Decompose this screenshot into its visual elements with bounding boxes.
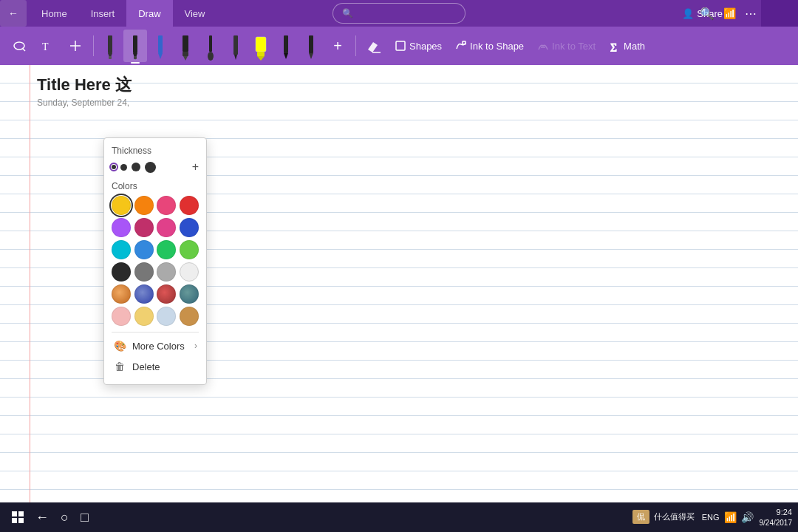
color-swatch-pastel-yellow[interactable] — [134, 307, 154, 326]
svg-text:T: T — [42, 41, 49, 52]
color-swatch-black[interactable] — [112, 262, 131, 282]
more-colors-arrow: › — [194, 341, 197, 351]
type-tool[interactable]: T — [34, 33, 61, 59]
color-swatch-white[interactable] — [180, 262, 199, 282]
color-swatch-red[interactable] — [180, 196, 199, 215]
taskbar: ← ○ □ 侃 什么值得买 ENG 📶 🔊 9:24 9/24/2017 — [0, 502, 798, 532]
add-tool-button[interactable]: + — [324, 33, 351, 59]
back-button[interactable]: ← — [0, 0, 27, 27]
colors-label: Colors — [112, 181, 199, 191]
color-swatch-cyan[interactable] — [112, 240, 131, 259]
more-colors-item[interactable]: 🎨 More Colors › — [112, 335, 199, 356]
taskbar-icons: ← ○ □ — [35, 510, 89, 525]
color-swatch-muted-orange[interactable] — [112, 284, 131, 304]
color-swatch-muted-red[interactable] — [157, 284, 176, 304]
pen-tool-6[interactable] — [224, 30, 248, 62]
color-swatch-gray[interactable] — [134, 262, 154, 282]
note-header: Title Here 这 Sunday, September 24, — [37, 74, 132, 108]
pen-tool-5[interactable] — [199, 30, 222, 62]
svg-rect-25 — [309, 35, 313, 53]
svg-rect-33 — [12, 511, 17, 516]
taskbar-time-display: 9:24 9/24/2017 — [760, 507, 793, 527]
topright-wifi[interactable]: 📶 — [719, 4, 740, 22]
color-swatch-purple[interactable] — [112, 218, 131, 237]
tab-insert[interactable]: Insert — [79, 0, 127, 27]
taskbar-home[interactable]: ○ — [61, 510, 69, 525]
note-title: Title Here 这 — [37, 74, 132, 96]
pan-tool[interactable] — [62, 33, 89, 59]
start-button[interactable] — [6, 505, 30, 529]
pen-tool-1[interactable] — [98, 30, 122, 62]
size-xs[interactable] — [112, 165, 116, 169]
color-swatch-pastel-pink[interactable] — [112, 307, 131, 326]
pen-tool-3[interactable] — [149, 30, 172, 62]
taskbar-back[interactable]: ← — [35, 510, 49, 525]
taskbar-sys-icons: 侃 什么值得买 ENG 📶 🔊 — [632, 510, 754, 524]
color-swatch-magenta[interactable] — [134, 218, 154, 237]
taskbar-logo: 侃 — [632, 510, 649, 524]
person-icon: 👤 — [682, 8, 694, 19]
svg-rect-7 — [109, 56, 112, 59]
svg-marker-24 — [284, 53, 288, 59]
svg-rect-8 — [133, 35, 137, 53]
topright-more[interactable]: ⋯ — [740, 4, 761, 24]
pen-tool-7[interactable] — [274, 30, 298, 62]
color-swatch-pastel-blue[interactable] — [157, 307, 176, 326]
topright-search[interactable]: 🔍 — [695, 4, 719, 24]
svg-rect-18 — [233, 35, 238, 55]
size-sm[interactable] — [120, 164, 127, 171]
margin-line — [30, 65, 30, 502]
popup-divider-1 — [112, 332, 199, 332]
ink-to-shape-button[interactable]: Ink to Shape — [449, 37, 530, 55]
search-bar[interactable]: 🔍 — [332, 3, 466, 24]
size-md[interactable] — [132, 163, 140, 171]
pen-tool-2[interactable] — [123, 30, 147, 62]
svg-marker-22 — [257, 56, 265, 61]
svg-rect-30 — [463, 41, 466, 44]
shapes-button[interactable]: Shapes — [389, 37, 448, 55]
tab-bar: ← Home Insert Draw View 🔍 👤 Share 🔍 📶 ⋯ — [0, 0, 798, 27]
pen-tool-4[interactable] — [174, 30, 197, 62]
pen-tool-8[interactable] — [299, 30, 323, 62]
math-button[interactable]: ∑ Math — [603, 37, 651, 55]
color-swatch-emerald[interactable] — [157, 240, 176, 259]
color-swatch-light-gray[interactable] — [157, 262, 176, 282]
add-size-button[interactable]: + — [192, 160, 199, 174]
ink-to-text-button: Ink to Text — [531, 37, 601, 55]
color-swatch-pink[interactable] — [157, 196, 176, 215]
thickness-label: Thickness — [112, 146, 199, 156]
svg-rect-14 — [183, 52, 188, 56]
tab-view[interactable]: View — [173, 0, 217, 27]
color-swatch-orange[interactable] — [134, 196, 154, 215]
size-lg[interactable] — [145, 162, 156, 173]
tab-home[interactable]: Home — [30, 0, 79, 27]
trash-icon: 🗑 — [113, 361, 126, 372]
highlighter-1[interactable] — [249, 30, 273, 62]
color-swatch-blue[interactable] — [180, 218, 199, 237]
search-icon: 🔍 — [342, 8, 353, 18]
svg-marker-19 — [234, 55, 237, 60]
taskbar-volume-icon: 🔊 — [741, 511, 754, 523]
command-bar: T — [0, 27, 798, 65]
color-swatch-yellow[interactable] — [112, 196, 131, 215]
tab-draw[interactable]: Draw — [126, 0, 172, 27]
taskbar-wifi-icon: 📶 — [724, 511, 737, 523]
taskbar-multitask[interactable]: □ — [81, 510, 89, 525]
color-swatch-muted-teal[interactable] — [180, 284, 199, 304]
color-swatch-pastel-brown[interactable] — [180, 307, 199, 326]
color-swatch-cornflower[interactable] — [134, 240, 154, 259]
svg-rect-10 — [134, 56, 137, 59]
eraser-tool[interactable] — [361, 33, 387, 59]
size-row: + — [112, 160, 199, 174]
svg-marker-26 — [309, 53, 313, 59]
lasso-tool[interactable] — [6, 33, 33, 59]
color-swatch-muted-blue[interactable] — [134, 284, 154, 304]
svg-rect-35 — [12, 518, 17, 523]
color-grid — [112, 196, 199, 326]
svg-rect-34 — [18, 511, 24, 516]
ribbon: ← Home Insert Draw View 🔍 👤 Share 🔍 📶 ⋯ — [0, 0, 798, 65]
delete-item[interactable]: 🗑 Delete — [112, 356, 199, 377]
page-content: Title Here 这 Sunday, September 24, Thick… — [0, 65, 798, 502]
color-swatch-hot-pink[interactable] — [157, 218, 176, 237]
color-swatch-lime[interactable] — [180, 240, 199, 259]
